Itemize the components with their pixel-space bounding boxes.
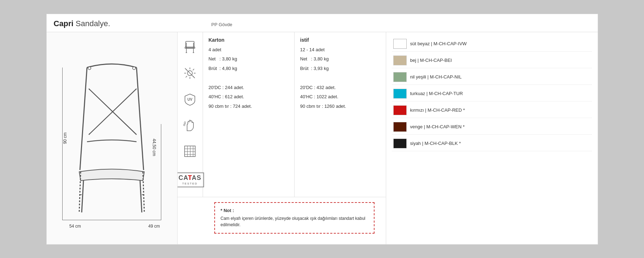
card-header: Capri Sandalye. PP Gövde bbox=[47, 14, 598, 32]
istif-dc20: 20'DC : 432 adet. bbox=[300, 84, 380, 92]
color-swatch-bei bbox=[393, 55, 407, 65]
istif-brut: Brüt : 3,93 kg bbox=[300, 65, 380, 72]
product-name-bold: Capri bbox=[54, 19, 74, 28]
color-swatch-tur bbox=[393, 89, 407, 99]
note-title: * Not : bbox=[221, 208, 368, 213]
colors-section: süt beyaz | M-CH-CAP-IVWbej | M-CH-CAP-B… bbox=[386, 32, 598, 244]
karton-hc40: 40'HC : 612 adet. bbox=[209, 93, 289, 101]
catas-logo: CATAS TESTED bbox=[181, 169, 198, 190]
color-row: süt beyaz | M-CH-CAP-IVW bbox=[392, 36, 592, 52]
specs-section: UV bbox=[178, 32, 386, 244]
catas-tested: TESTED bbox=[179, 182, 201, 185]
color-swatch-wen bbox=[393, 122, 407, 132]
texture-icon bbox=[181, 143, 198, 160]
color-label-bei: bej | M-CH-CAP-BEI bbox=[410, 58, 452, 63]
istif-quantity: 12 - 14 adet bbox=[300, 46, 380, 54]
karton-cbm90: 90 cbm tır : 724 adet. bbox=[209, 103, 289, 110]
color-label-blk: siyah | M-CH-CAP-BLK * bbox=[410, 141, 461, 146]
color-label-nil: nil yeşili | M-CH-CAP-NIL bbox=[410, 74, 462, 80]
color-row: venge | M-CH-CAP-WEN * bbox=[392, 119, 592, 135]
note-text: Cam elyafı içeren ürünlerde, yüzeyde olu… bbox=[221, 215, 368, 228]
svg-line-5 bbox=[140, 181, 142, 212]
istif-values: 12 - 14 adet Net : 3,80 kg Brüt : 3,93 k… bbox=[300, 46, 380, 111]
karton-brut: Brüt : 4,80 kg bbox=[209, 65, 289, 72]
product-card: Capri Sandalye. PP Gövde bbox=[46, 14, 598, 245]
karton-values: 4 adet Net : 3,80 kg Brüt : 4,80 kg 20'D… bbox=[209, 46, 289, 111]
product-subtitle: PP Gövde bbox=[211, 22, 232, 27]
dim-width-front-label: 54 cm bbox=[69, 224, 81, 229]
dim-line-bottom bbox=[62, 220, 161, 220]
diagram-section: 90 cm 44,50 cm 54 cm 49 cm bbox=[47, 32, 178, 244]
dim-seat-height-label: 44,50 cm bbox=[151, 139, 156, 156]
catas-text: CATAS bbox=[179, 175, 201, 182]
color-row: kırmızı | M-CH-CAP-RED * bbox=[392, 103, 592, 118]
istif-hc40: 40'HC : 1022 adet. bbox=[300, 93, 380, 101]
istif-net: Net : 3,80 kg bbox=[300, 55, 380, 63]
karton-net: Net : 3,80 kg bbox=[209, 55, 289, 63]
color-label-ivw: süt beyaz | M-CH-CAP-IVW bbox=[410, 41, 467, 46]
card-body: 90 cm 44,50 cm 54 cm 49 cm bbox=[47, 32, 598, 244]
karton-quantity: 4 adet bbox=[209, 46, 289, 54]
karton-column: Karton 4 adet Net : 3,80 kg Brüt : 4,80 … bbox=[203, 32, 295, 197]
svg-point-11 bbox=[133, 67, 135, 70]
chair-diagram: 90 cm 44,50 cm 54 cm 49 cm bbox=[59, 46, 165, 230]
svg-line-25 bbox=[193, 69, 194, 70]
catas-box: CATAS TESTED bbox=[176, 172, 204, 187]
istif-column: istif 12 - 14 adet Net : 3,80 kg Brüt : … bbox=[295, 32, 386, 197]
color-row: bej | M-CH-CAP-BEI bbox=[392, 53, 592, 68]
note-box: * Not : Cam elyafı içeren ürünlerde, yüz… bbox=[214, 202, 375, 234]
color-row: siyah | M-CH-CAP-BLK * bbox=[392, 136, 592, 151]
clean-icon bbox=[181, 117, 198, 134]
svg-rect-29 bbox=[185, 146, 195, 157]
svg-text:UV: UV bbox=[187, 98, 192, 101]
svg-line-26 bbox=[186, 76, 187, 77]
color-label-red: kırmızı | M-CH-CAP-RED * bbox=[410, 107, 465, 113]
note-wrapper: * Not : Cam elyafı içeren ürünlerde, yüz… bbox=[178, 197, 386, 244]
color-row: nil yeşili | M-CH-CAP-NIL bbox=[392, 70, 592, 85]
product-name-light: Sandalye. bbox=[76, 19, 110, 28]
uv-sun-icon bbox=[181, 65, 198, 82]
svg-point-10 bbox=[88, 67, 91, 70]
color-swatch-blk bbox=[393, 139, 407, 148]
svg-line-0 bbox=[80, 68, 87, 170]
svg-line-1 bbox=[137, 68, 144, 170]
istif-cbm90: 90 cbm tır : 1260 adet. bbox=[300, 103, 380, 110]
data-columns: Karton 4 adet Net : 3,80 kg Brüt : 4,80 … bbox=[203, 32, 386, 197]
color-swatch-ivw bbox=[393, 39, 407, 49]
color-row: turkuaz | M-CH-CAP-TUR bbox=[392, 86, 592, 101]
karton-dc20: 20'DC : 244 adet. bbox=[209, 84, 289, 92]
karton-title: Karton bbox=[209, 37, 289, 43]
chair-icon bbox=[181, 39, 198, 55]
color-swatch-red bbox=[393, 105, 407, 115]
chair-svg bbox=[66, 57, 158, 219]
dim-height-label: 90 cm bbox=[63, 132, 68, 144]
color-label-wen: venge | M-CH-CAP-WEN * bbox=[410, 124, 465, 129]
specs-top: UV bbox=[178, 32, 386, 197]
color-label-tur: turkuaz | M-CH-CAP-TUR bbox=[410, 91, 463, 96]
uv-shield-icon: UV bbox=[181, 91, 198, 108]
dim-line-right bbox=[161, 124, 161, 220]
svg-line-4 bbox=[82, 181, 83, 212]
icons-column: UV bbox=[178, 32, 203, 197]
dim-width-back-label: 49 cm bbox=[148, 224, 160, 229]
color-swatch-nil bbox=[393, 72, 407, 82]
istif-title: istif bbox=[300, 37, 380, 43]
